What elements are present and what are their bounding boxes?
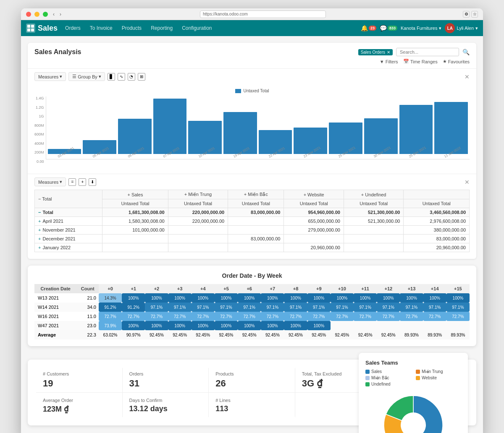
cohort-cell: 100% xyxy=(192,321,215,330)
chart-bar[interactable] xyxy=(188,121,222,154)
cohort-th-10: +10 xyxy=(331,284,354,293)
pivot-apr-mienbac xyxy=(228,217,284,226)
expand-apr[interactable]: + xyxy=(38,219,41,224)
legend-undefined: Undefined xyxy=(365,382,411,386)
pivot-sub-mien-trung: Untaxed Total xyxy=(168,199,228,208)
time-ranges-button[interactable]: 📅 Time Ranges xyxy=(403,59,438,64)
nav-products[interactable]: Products xyxy=(118,23,146,33)
chart-legend: Untaxed Total xyxy=(34,89,470,93)
cohort-th-13: +13 xyxy=(400,284,423,293)
cohort-row-label: W47 2021 xyxy=(34,321,76,330)
back-button[interactable]: ‹ xyxy=(51,10,56,18)
sales-orders-filter-tag[interactable]: Sales Orders ✕ xyxy=(358,49,393,55)
orders-stat: Orders 31 xyxy=(123,368,209,392)
chart-close-button[interactable]: ✕ xyxy=(465,73,470,80)
grid-icon[interactable] xyxy=(26,23,35,33)
forward-button[interactable]: › xyxy=(58,10,63,18)
cohort-cell: 100% xyxy=(215,321,238,330)
expand-jan[interactable]: + xyxy=(38,245,41,250)
expand-dec[interactable]: + xyxy=(38,236,41,241)
pivot-col-sales[interactable]: + Sales xyxy=(102,190,168,199)
nav-to-invoice[interactable]: To Invoice xyxy=(86,23,117,33)
cohort-table: Creation Date Count +0 +1 +2 +3 +4 +5 +6… xyxy=(34,284,470,339)
chart-bar[interactable] xyxy=(364,118,398,154)
url-bar[interactable]: https://kanota.odoo.com xyxy=(200,10,326,18)
chat-button[interactable]: 💬 833 xyxy=(380,25,397,31)
group-by-button[interactable]: ☰ Group By ▾ xyxy=(68,72,105,81)
filters-button[interactable]: ▼ Filters xyxy=(380,59,398,64)
cohort-avg-cell: 92.45% xyxy=(145,330,168,339)
products-stat: Products 26 xyxy=(209,368,295,392)
main-window: ‹ › https://kanota.odoo.com ⚙ ☆ Sales Or… xyxy=(21,8,483,433)
cohort-avg-label: Average xyxy=(34,330,76,339)
search-button[interactable]: 🔍 xyxy=(462,49,470,55)
chart-bar[interactable] xyxy=(329,123,362,154)
pivot-equals-button[interactable]: = xyxy=(68,178,76,186)
cohort-cell: 72.7% xyxy=(354,312,377,321)
extensions-button[interactable]: ⚙ xyxy=(463,11,470,18)
line-chart-button[interactable]: ∿ xyxy=(118,73,125,81)
cohort-cell: 100% xyxy=(354,293,377,303)
pivot-measures-button[interactable]: Measures ▾ xyxy=(34,177,66,186)
cohort-cell: 97.1% xyxy=(145,303,168,312)
maximize-dot[interactable] xyxy=(43,12,48,17)
search-input[interactable] xyxy=(396,48,459,56)
pivot-download-button[interactable]: ⬇ xyxy=(89,178,96,186)
pivot-close-button[interactable]: ✕ xyxy=(465,179,470,185)
measures-chevron: ▾ xyxy=(60,74,62,79)
favourites-button[interactable]: ★ Favourites xyxy=(443,59,470,64)
chart-bar[interactable] xyxy=(223,112,257,154)
pie-title: Sales Teams xyxy=(365,360,461,366)
cohort-avg-cell: 92.45% xyxy=(307,330,331,339)
notification-count: 23 xyxy=(369,26,376,31)
nav-configuration[interactable]: Configuration xyxy=(178,23,216,33)
user-menu[interactable]: LA Lyli Alen ▾ xyxy=(445,23,478,33)
cohort-row-count: 21.0 xyxy=(76,293,99,303)
cohort-cell: 100% xyxy=(122,321,145,330)
pivot-button[interactable]: ⊞ xyxy=(138,73,145,81)
chart-bar-group: 23 Nov 2021 xyxy=(294,128,327,159)
expand-total[interactable]: − xyxy=(38,210,41,215)
filter-tag-close[interactable]: ✕ xyxy=(387,50,390,55)
cohort-cell: 72.7% xyxy=(168,312,192,321)
minimize-dot[interactable] xyxy=(34,12,39,17)
notifications-button[interactable]: 🔔 23 xyxy=(361,25,376,31)
pivot-add-button[interactable]: + xyxy=(79,178,86,186)
chart-bar[interactable] xyxy=(153,99,187,154)
chart-bar[interactable] xyxy=(399,105,433,154)
expand-nov[interactable]: + xyxy=(38,227,41,232)
close-dot[interactable] xyxy=(26,12,31,17)
bookmark-button[interactable]: ☆ xyxy=(471,11,478,18)
pivot-col-undefined[interactable]: + Undefined xyxy=(344,190,404,199)
content-area: Sales Analysis Sales Orders ✕ 🔍 ▼ Filter… xyxy=(21,36,483,433)
calendar-icon: 📅 xyxy=(403,59,409,64)
bar-chart-button[interactable]: ▊ xyxy=(108,73,115,81)
pivot-col-website[interactable]: + Website xyxy=(284,190,344,199)
pivot-col-mien-bac[interactable]: + Miền Bắc xyxy=(228,190,284,199)
chart-bar[interactable] xyxy=(294,128,327,154)
pivot-measures-chevron: ▾ xyxy=(60,179,62,185)
measures-button[interactable]: Measures ▾ xyxy=(34,72,66,81)
chart-bar-group: 30 Nov 2021 xyxy=(364,118,398,159)
pie-chart-button[interactable]: ◔ xyxy=(128,73,135,81)
pivot-dec-all: 83,000,000.00 xyxy=(404,235,470,243)
cohort-cell: 100% xyxy=(400,293,423,303)
cohort-cell: 100% xyxy=(168,293,192,303)
chart-toolbar: Measures ▾ ☰ Group By ▾ ▊ ∿ ◔ ⊞ ✕ xyxy=(28,68,476,84)
table-row: W47 202123.073.9%100%100%100%100%100%100… xyxy=(34,321,470,330)
pivot-nov-website: 279,000,000.00 xyxy=(284,226,344,235)
chart-bar[interactable] xyxy=(118,119,152,154)
pivot-col-mien-trung[interactable]: + Miền Trung xyxy=(168,190,228,199)
pie-chart-container xyxy=(365,391,461,433)
pivot-sub-sales: Untaxed Total xyxy=(102,199,168,208)
nav-orders[interactable]: Orders xyxy=(61,23,85,33)
chart-bar[interactable] xyxy=(434,102,468,154)
pivot-header-blank: − Total xyxy=(35,190,102,208)
cohort-cell: 97.1% xyxy=(261,303,284,312)
pivot-row-dec-label: +December 2021 xyxy=(35,235,102,243)
legend-label-website: Website xyxy=(422,376,437,380)
nav-reporting[interactable]: Reporting xyxy=(147,23,177,33)
cohort-cell: 72.7% xyxy=(122,312,145,321)
legend-website: Website xyxy=(416,376,461,380)
company-selector[interactable]: Kanota Furnitures ▾ xyxy=(401,26,441,31)
